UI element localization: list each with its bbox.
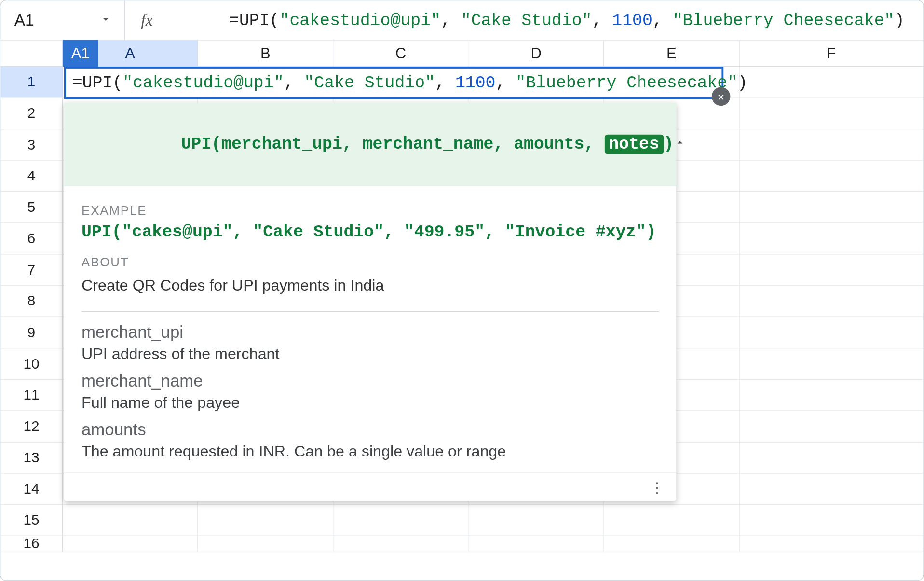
more-options-icon[interactable]: ⋯: [648, 480, 666, 494]
param-desc: UPI address of the merchant: [82, 345, 659, 363]
name-box[interactable]: A1: [0, 0, 125, 40]
param-desc: Full name of the payee: [82, 393, 659, 411]
row-header-5[interactable]: 5: [0, 192, 63, 223]
cell[interactable]: [604, 536, 740, 553]
cell[interactable]: [739, 286, 923, 317]
cell[interactable]: [739, 505, 923, 536]
row-header-4[interactable]: 4: [0, 161, 63, 192]
row-header-7[interactable]: 7: [0, 254, 63, 286]
active-cell-editor[interactable]: =UPI("cakestudio@upi", "Cake Studio", 11…: [64, 67, 723, 99]
cell[interactable]: [333, 536, 469, 553]
formula-sep3: ,: [652, 11, 673, 30]
formula-arg2: "Cake Studio": [461, 11, 592, 30]
param-name: amounts: [82, 420, 659, 440]
cell-formula-sep2: ,: [435, 73, 455, 92]
active-cell-tag: A1: [63, 40, 98, 67]
cell-formula-arg2: "Cake Studio": [304, 73, 435, 92]
cell[interactable]: [739, 443, 923, 474]
row-header-3[interactable]: 3: [0, 129, 63, 161]
cell[interactable]: [604, 505, 740, 536]
formula-arg4: "Blueberry Cheesecake": [673, 11, 895, 30]
cell[interactable]: [739, 474, 923, 505]
column-header-c[interactable]: C: [333, 41, 469, 66]
chevron-up-icon[interactable]: [674, 137, 686, 153]
cell[interactable]: [739, 536, 923, 553]
cell-formula-sep3: ,: [496, 73, 516, 92]
column-header-a[interactable]: A1 A: [63, 41, 198, 66]
cell-grid: 1 2 3 4 5 6 7 8 9 10 11 12 13 14 15 16 =…: [0, 67, 923, 553]
cell[interactable]: [333, 505, 469, 536]
cell[interactable]: [739, 380, 923, 411]
cell[interactable]: [198, 505, 334, 536]
cell[interactable]: [739, 254, 923, 286]
sig-fn: UPI: [181, 135, 211, 154]
row-header-10[interactable]: 10: [0, 348, 63, 380]
row-header-16[interactable]: 16: [0, 536, 63, 553]
row-header-2[interactable]: 2: [0, 98, 63, 129]
sig-param-3: amounts: [514, 135, 584, 154]
row-header-14[interactable]: 14: [0, 474, 63, 505]
close-icon[interactable]: ✕: [712, 87, 731, 106]
cell-formula-equals: =: [72, 73, 82, 92]
column-header-d[interactable]: D: [469, 41, 604, 66]
sig-open: (: [211, 135, 221, 154]
cell[interactable]: [63, 536, 198, 553]
formula-helper-tooltip: UPI(merchant_upi, merchant_name, amounts…: [64, 103, 676, 501]
param-name: merchant_name: [82, 372, 659, 391]
column-label: C: [395, 44, 406, 62]
column-headers: A1 A B C D E F: [0, 41, 923, 67]
sig-sep: ,: [493, 135, 514, 154]
formula-arg3: 1100: [612, 11, 652, 30]
cell[interactable]: [739, 129, 923, 161]
row-header-6[interactable]: 6: [0, 223, 63, 254]
column-label: E: [666, 44, 677, 62]
cell[interactable]: [469, 505, 604, 536]
cell[interactable]: [739, 98, 923, 129]
column-header-b[interactable]: B: [198, 41, 334, 66]
cell[interactable]: [739, 67, 923, 98]
cell[interactable]: [739, 192, 923, 223]
example-label: EXAMPLE: [82, 204, 659, 218]
cell-formula-sep1: ,: [284, 73, 304, 92]
row-header-15[interactable]: 15: [0, 505, 63, 536]
column-header-e[interactable]: E: [604, 41, 740, 66]
cell[interactable]: [739, 411, 923, 443]
row-header-12[interactable]: 12: [0, 411, 63, 443]
row-header-9[interactable]: 9: [0, 317, 63, 348]
formula-sep2: ,: [592, 11, 612, 30]
row-header-8[interactable]: 8: [0, 286, 63, 317]
helper-footer: ⋯: [64, 472, 676, 501]
cell[interactable]: [198, 536, 334, 553]
sig-sep: ,: [342, 135, 363, 154]
formula-equals: =: [229, 11, 239, 30]
cell-formula-arg1: "cakestudio@upi": [122, 73, 284, 92]
cell-formula-close: ): [737, 73, 747, 92]
sig-param-1: merchant_upi: [221, 135, 342, 154]
formula-open: (: [270, 11, 280, 30]
select-all-corner[interactable]: [0, 41, 63, 66]
param-desc: The amount requested in INR. Can be a si…: [82, 442, 659, 460]
chevron-down-icon: [99, 11, 112, 30]
cell[interactable]: [739, 223, 923, 254]
row-header-13[interactable]: 13: [0, 443, 63, 474]
row-header-1[interactable]: 1: [0, 67, 63, 98]
column-header-f[interactable]: F: [739, 41, 923, 66]
helper-signature: UPI(merchant_upi, merchant_name, amounts…: [64, 103, 676, 186]
example-formula: UPI("cakes@upi", "Cake Studio", "499.95"…: [82, 223, 659, 242]
column-label: F: [827, 44, 836, 62]
row-header-11[interactable]: 11: [0, 380, 63, 411]
sig-param-2: merchant_name: [363, 135, 494, 154]
cell[interactable]: [739, 348, 923, 380]
cell[interactable]: [739, 161, 923, 192]
cell[interactable]: [739, 317, 923, 348]
cell[interactable]: [63, 505, 198, 536]
formula-bar: A1 fx =UPI("cakestudio@upi", "Cake Studi…: [0, 0, 923, 41]
cell[interactable]: [469, 536, 604, 553]
formula-close: ): [895, 11, 905, 30]
sig-param-4-active: notes: [604, 135, 664, 154]
cell-formula-arg3: 1100: [455, 73, 496, 92]
cell-formula-arg4: "Blueberry Cheesecake": [516, 73, 737, 92]
column-label: B: [260, 44, 271, 62]
formula-sep1: ,: [441, 11, 461, 30]
column-label: D: [530, 44, 541, 62]
